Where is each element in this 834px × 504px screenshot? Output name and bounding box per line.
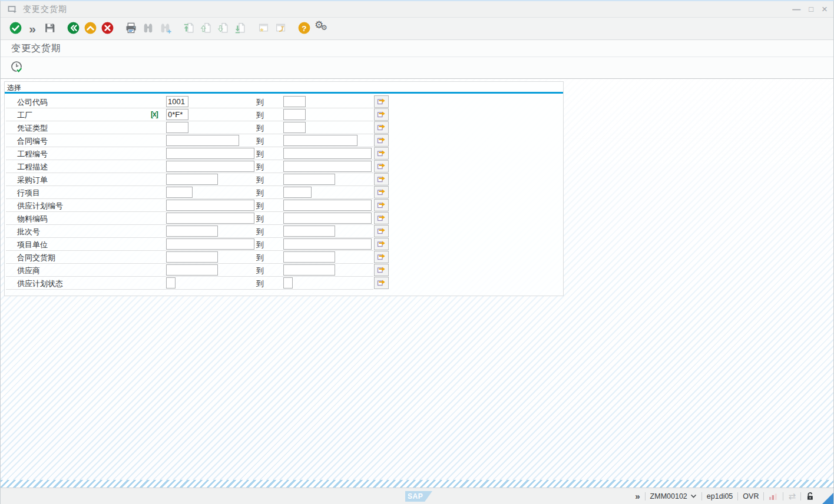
print-button[interactable] bbox=[123, 21, 138, 37]
project-unit-multiselect-button[interactable] bbox=[374, 238, 389, 250]
supplier-to-input[interactable] bbox=[283, 264, 335, 276]
supply-plan-number-multiselect-button[interactable] bbox=[374, 199, 389, 211]
multiple-selection-icon bbox=[376, 252, 386, 263]
batch-number-to-input[interactable] bbox=[283, 226, 335, 237]
maximize-button[interactable]: □ bbox=[809, 5, 813, 13]
more-button[interactable]: » bbox=[25, 21, 40, 37]
statusbar: SAP » ZMM00102 ep1di05 OVR ⇄ bbox=[1, 488, 833, 504]
contract-delivery-date-from-input[interactable] bbox=[166, 251, 218, 263]
line-item-row: 行项目到 bbox=[5, 186, 563, 199]
enter-button[interactable] bbox=[8, 21, 23, 37]
next-page-button[interactable] bbox=[215, 21, 230, 37]
back-icon bbox=[67, 21, 80, 37]
to-label: 到 bbox=[256, 110, 264, 121]
company-code-to-input[interactable] bbox=[283, 96, 306, 107]
supply-plan-status-to-input[interactable] bbox=[283, 277, 293, 289]
contract-delivery-date-multiselect-button[interactable] bbox=[374, 251, 389, 263]
batch-number-row: 批次号到 bbox=[5, 225, 563, 238]
purchase-order-to-input[interactable] bbox=[283, 174, 335, 185]
new-session-button[interactable] bbox=[256, 21, 271, 37]
enter-icon bbox=[9, 21, 22, 37]
multiple-selection-icon bbox=[376, 174, 386, 185]
document-type-from-input[interactable] bbox=[166, 122, 188, 133]
purchase-order-from-input[interactable] bbox=[166, 174, 218, 185]
company-code-multiselect-button[interactable] bbox=[374, 95, 389, 108]
save-button[interactable] bbox=[42, 21, 57, 37]
close-button[interactable]: × bbox=[822, 4, 828, 14]
to-label: 到 bbox=[256, 149, 264, 160]
sap-window: 变更交货期 — □ × »?⚙⚙ 变更交货期 选择 bbox=[0, 0, 834, 504]
line-item-multiselect-button[interactable] bbox=[374, 186, 389, 198]
multiple-selection-icon bbox=[376, 226, 386, 237]
contract-delivery-date-row: 合同交货期到 bbox=[5, 251, 563, 264]
cancel-button[interactable] bbox=[100, 21, 115, 37]
resize-handle[interactable] bbox=[822, 493, 833, 504]
line-item-to-input[interactable] bbox=[283, 187, 312, 198]
project-unit-from-input[interactable] bbox=[166, 238, 254, 250]
create-shortcut-button[interactable] bbox=[273, 21, 288, 37]
supplier-multiselect-button[interactable] bbox=[374, 264, 389, 276]
prev-page-button[interactable] bbox=[198, 21, 213, 37]
supply-plan-status-multiselect-button[interactable] bbox=[374, 277, 389, 289]
supply-plan-status-from-input[interactable] bbox=[166, 277, 176, 289]
exit-button[interactable] bbox=[82, 21, 98, 37]
plant-from-input[interactable] bbox=[166, 109, 188, 120]
to-label: 到 bbox=[256, 162, 264, 173]
multiple-selection-icon bbox=[376, 135, 386, 146]
transaction-dropdown-button[interactable] bbox=[690, 494, 697, 499]
selection-groupbox: 选择 公司代码到工厂[x]到凭证类型到合同编号到工程编号到工程描述到采购订单到行… bbox=[4, 81, 564, 296]
material-code-multiselect-button[interactable] bbox=[374, 212, 389, 224]
execute-button[interactable] bbox=[9, 59, 25, 76]
help-icon: ? bbox=[297, 21, 311, 37]
find-button[interactable] bbox=[140, 21, 155, 37]
plant-multiselect-button[interactable] bbox=[374, 108, 389, 121]
status-expand-button[interactable]: » bbox=[635, 491, 640, 501]
supply-plan-number-from-input[interactable] bbox=[166, 200, 254, 211]
batch-number-multiselect-button[interactable] bbox=[374, 225, 389, 237]
contract-number-to-input[interactable] bbox=[283, 135, 358, 146]
contract-number-from-input[interactable] bbox=[166, 135, 239, 146]
purchase-order-multiselect-button[interactable] bbox=[374, 173, 389, 185]
project-description-to-input[interactable] bbox=[283, 161, 372, 172]
project-description-multiselect-button[interactable] bbox=[374, 160, 389, 173]
last-page-icon bbox=[233, 21, 247, 37]
project-unit-to-input[interactable] bbox=[283, 238, 372, 250]
document-type-multiselect-button[interactable] bbox=[374, 121, 389, 134]
material-code-from-input[interactable] bbox=[166, 213, 254, 224]
customize-button[interactable]: ⚙⚙ bbox=[313, 21, 329, 37]
stripe-band bbox=[1, 480, 833, 488]
back-button[interactable] bbox=[65, 21, 81, 37]
project-number-multiselect-button[interactable] bbox=[374, 147, 389, 160]
help-button[interactable]: ? bbox=[296, 21, 312, 37]
exit-icon bbox=[84, 21, 97, 37]
contract-number-multiselect-button[interactable] bbox=[374, 134, 389, 147]
contract-delivery-date-label: 合同交货期 bbox=[17, 253, 55, 263]
response-time-icon[interactable]: ⇄ bbox=[788, 492, 796, 500]
performance-chart-icon[interactable] bbox=[769, 492, 778, 500]
line-item-from-input[interactable] bbox=[166, 187, 193, 198]
security-lock-icon[interactable] bbox=[806, 492, 815, 501]
supplier-from-input[interactable] bbox=[166, 264, 218, 276]
project-number-to-input[interactable] bbox=[283, 148, 372, 159]
material-code-to-input[interactable] bbox=[283, 213, 372, 224]
multiple-selection-icon bbox=[376, 239, 386, 250]
first-page-icon bbox=[182, 21, 196, 37]
transaction-code: ZMM00102 bbox=[650, 492, 687, 500]
window-title: 变更交货期 bbox=[23, 4, 67, 15]
project-number-from-input[interactable] bbox=[166, 148, 254, 159]
supply-plan-status-row: 供应计划状态到 bbox=[5, 277, 563, 290]
last-page-button[interactable] bbox=[232, 21, 247, 37]
separator bbox=[800, 492, 801, 500]
minimize-button[interactable]: — bbox=[792, 5, 800, 14]
first-page-button[interactable] bbox=[181, 21, 196, 37]
find-next-button[interactable] bbox=[157, 21, 173, 37]
plant-to-input[interactable] bbox=[283, 109, 306, 120]
company-code-from-input[interactable] bbox=[166, 96, 188, 107]
document-type-to-input[interactable] bbox=[283, 122, 306, 133]
material-code-row: 物料编码到 bbox=[5, 212, 563, 225]
supply-plan-number-to-input[interactable] bbox=[283, 200, 372, 211]
multiple-selection-icon bbox=[376, 148, 386, 159]
contract-delivery-date-to-input[interactable] bbox=[283, 251, 335, 263]
project-description-from-input[interactable] bbox=[166, 161, 254, 172]
batch-number-from-input[interactable] bbox=[166, 226, 218, 237]
